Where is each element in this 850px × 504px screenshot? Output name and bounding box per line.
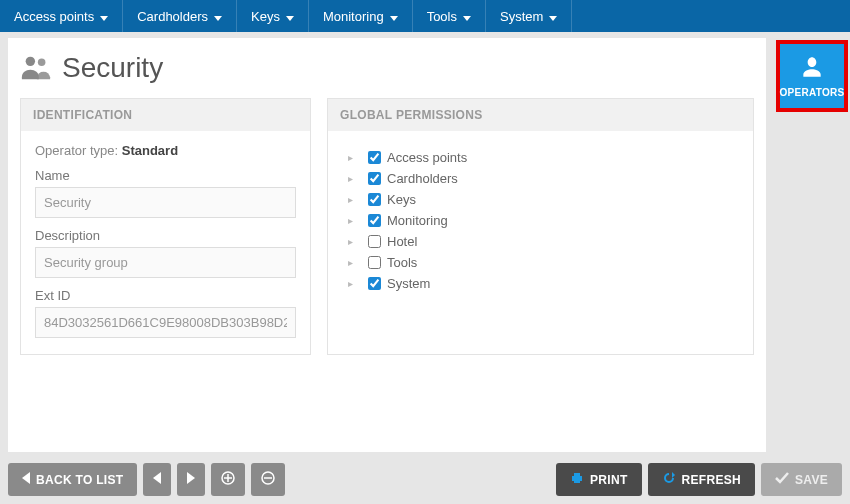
- permissions-header: GLOBAL PERMISSIONS: [328, 99, 753, 131]
- nav-label: Monitoring: [323, 9, 384, 24]
- save-button[interactable]: SAVE: [761, 463, 842, 496]
- printer-icon: [570, 471, 584, 488]
- permission-label: Monitoring: [387, 213, 448, 228]
- chevron-left-icon: [153, 472, 161, 487]
- svg-point-0: [26, 56, 35, 65]
- expand-icon[interactable]: ▸: [348, 173, 358, 184]
- chevron-left-icon: [22, 472, 30, 487]
- permission-checkbox[interactable]: [368, 193, 381, 206]
- svg-point-1: [38, 58, 46, 66]
- permissions-panel: GLOBAL PERMISSIONS ▸Access points▸Cardho…: [327, 98, 754, 355]
- chevron-down-icon: [390, 9, 398, 24]
- permission-item: ▸Cardholders: [348, 168, 739, 189]
- expand-icon[interactable]: ▸: [348, 215, 358, 226]
- nav-tools[interactable]: Tools: [413, 0, 486, 32]
- chevron-down-icon: [100, 9, 108, 24]
- permission-label: Cardholders: [387, 171, 458, 186]
- extid-input[interactable]: [35, 307, 296, 338]
- nav-label: Tools: [427, 9, 457, 24]
- people-icon: [20, 54, 62, 83]
- refresh-label: REFRESH: [682, 473, 741, 487]
- minus-icon: [261, 471, 275, 488]
- permission-checkbox[interactable]: [368, 277, 381, 290]
- permission-checkbox[interactable]: [368, 256, 381, 269]
- save-label: SAVE: [795, 473, 828, 487]
- permission-checkbox[interactable]: [368, 235, 381, 248]
- permission-label: System: [387, 276, 430, 291]
- page-title-row: Security: [8, 38, 766, 98]
- operators-side-button[interactable]: OPERATORS: [776, 40, 848, 112]
- top-nav: Access points Cardholders Keys Monitorin…: [0, 0, 850, 32]
- chevron-down-icon: [463, 9, 471, 24]
- prev-button[interactable]: [143, 463, 171, 496]
- person-icon: [799, 54, 825, 83]
- nav-label: Access points: [14, 9, 94, 24]
- permissions-list: ▸Access points▸Cardholders▸Keys▸Monitori…: [342, 143, 739, 294]
- permission-item: ▸Hotel: [348, 231, 739, 252]
- plus-icon: [221, 471, 235, 488]
- nav-keys[interactable]: Keys: [237, 0, 309, 32]
- permission-label: Tools: [387, 255, 417, 270]
- description-label: Description: [35, 228, 296, 243]
- permission-item: ▸Keys: [348, 189, 739, 210]
- content-area: Security IDENTIFICATION Operator type: S…: [8, 38, 766, 452]
- permission-label: Keys: [387, 192, 416, 207]
- print-label: PRINT: [590, 473, 628, 487]
- permission-checkbox[interactable]: [368, 172, 381, 185]
- permission-item: ▸Tools: [348, 252, 739, 273]
- back-to-list-button[interactable]: BACK TO LIST: [8, 463, 137, 496]
- name-label: Name: [35, 168, 296, 183]
- expand-icon[interactable]: ▸: [348, 257, 358, 268]
- permission-item: ▸Access points: [348, 147, 739, 168]
- identification-header: IDENTIFICATION: [21, 99, 310, 131]
- bottom-toolbar: BACK TO LIST PRINT REFRESH SAVE: [8, 463, 842, 496]
- nav-access-points[interactable]: Access points: [0, 0, 123, 32]
- expand-icon[interactable]: ▸: [348, 194, 358, 205]
- chevron-down-icon: [214, 9, 222, 24]
- operator-type-value: Standard: [122, 143, 178, 158]
- nav-cardholders[interactable]: Cardholders: [123, 0, 237, 32]
- print-button[interactable]: PRINT: [556, 463, 642, 496]
- chevron-down-icon: [286, 9, 294, 24]
- next-button[interactable]: [177, 463, 205, 496]
- permission-checkbox[interactable]: [368, 151, 381, 164]
- refresh-button[interactable]: REFRESH: [648, 463, 755, 496]
- nav-label: Cardholders: [137, 9, 208, 24]
- name-input[interactable]: [35, 187, 296, 218]
- svg-rect-5: [574, 473, 580, 476]
- remove-button[interactable]: [251, 463, 285, 496]
- expand-icon[interactable]: ▸: [348, 152, 358, 163]
- nav-label: Keys: [251, 9, 280, 24]
- permission-item: ▸Monitoring: [348, 210, 739, 231]
- svg-rect-6: [574, 480, 580, 483]
- add-button[interactable]: [211, 463, 245, 496]
- nav-monitoring[interactable]: Monitoring: [309, 0, 413, 32]
- check-icon: [775, 472, 789, 487]
- page-title: Security: [62, 52, 163, 84]
- operator-type-label: Operator type:: [35, 143, 118, 158]
- back-label: BACK TO LIST: [36, 473, 123, 487]
- operators-label: OPERATORS: [779, 87, 844, 98]
- permission-checkbox[interactable]: [368, 214, 381, 227]
- refresh-icon: [662, 471, 676, 488]
- expand-icon[interactable]: ▸: [348, 236, 358, 247]
- permission-label: Hotel: [387, 234, 417, 249]
- chevron-down-icon: [549, 9, 557, 24]
- permission-item: ▸System: [348, 273, 739, 294]
- nav-label: System: [500, 9, 543, 24]
- permission-label: Access points: [387, 150, 467, 165]
- description-input[interactable]: [35, 247, 296, 278]
- extid-label: Ext ID: [35, 288, 296, 303]
- expand-icon[interactable]: ▸: [348, 278, 358, 289]
- chevron-right-icon: [187, 472, 195, 487]
- nav-system[interactable]: System: [486, 0, 572, 32]
- identification-panel: IDENTIFICATION Operator type: Standard N…: [20, 98, 311, 355]
- operator-type-row: Operator type: Standard: [35, 143, 296, 158]
